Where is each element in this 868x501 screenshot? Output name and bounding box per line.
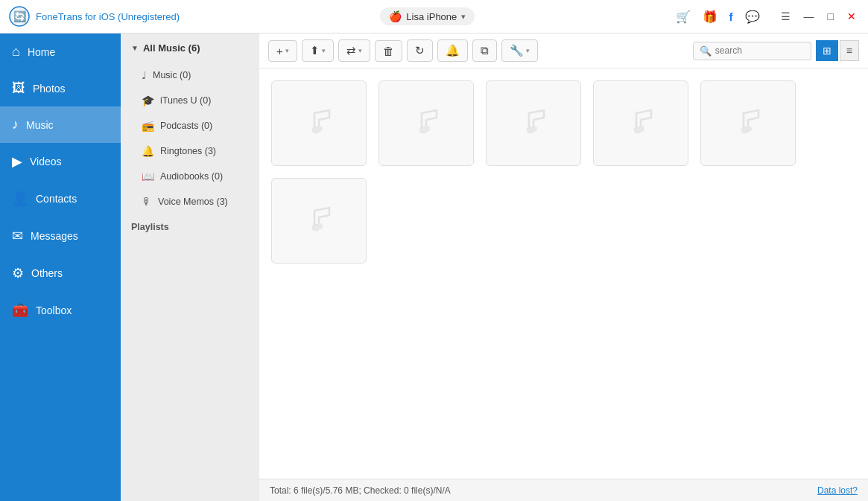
- sidebar-item-toolbox[interactable]: 🧰 Toolbox: [0, 292, 121, 329]
- music-note-6: [300, 199, 338, 243]
- ringtones-icon: 🔔: [142, 145, 154, 157]
- svg-point-9: [639, 126, 644, 132]
- messages-icon: ✉: [12, 228, 23, 244]
- export-button[interactable]: ⬆ ▾: [302, 39, 334, 62]
- add-button[interactable]: + ▾: [268, 40, 297, 62]
- device-dropdown-icon[interactable]: ▾: [461, 12, 466, 22]
- gift-icon[interactable]: 🎁: [703, 10, 717, 24]
- cart-icon[interactable]: 🛒: [676, 10, 691, 24]
- sidebar-item-home[interactable]: ⌂ Home: [0, 33, 121, 70]
- grid-view-button[interactable]: ⊞: [816, 40, 838, 61]
- copy-button[interactable]: ⧉: [472, 39, 497, 62]
- view-toggle: ⊞ ≡: [816, 40, 859, 61]
- export-icon: ⬆: [310, 44, 320, 57]
- search-icon: 🔍: [700, 45, 712, 57]
- facebook-icon[interactable]: f: [729, 10, 733, 23]
- sub-item-podcasts[interactable]: 📻 Podcasts (0): [121, 113, 259, 138]
- sidebar-item-others[interactable]: ⚙ Others: [0, 255, 121, 292]
- notify-button[interactable]: 🔔: [437, 39, 468, 62]
- svg-point-13: [317, 223, 323, 229]
- sub-panel-header[interactable]: ▼ All Music (6): [121, 33, 259, 63]
- transfer-icon: ⇄: [346, 44, 356, 57]
- device-selector-area[interactable]: 🍎 Lisa iPhone ▾: [380, 7, 475, 25]
- music-card-1[interactable]: [271, 80, 367, 166]
- tools-icon: 🔧: [510, 44, 524, 57]
- menu-icon[interactable]: ☰: [778, 9, 793, 24]
- main-layout: ⌂ Home 🖼 Photos ♪ Music ▶ Videos 👤 Conta…: [0, 33, 868, 501]
- titlebar-right: 🛒 🎁 f 💬 ☰ — □ ✕: [676, 9, 859, 24]
- sub-item-ringtones[interactable]: 🔔 Ringtones (3): [121, 138, 259, 164]
- music-note-5: [729, 101, 767, 145]
- search-box[interactable]: 🔍: [693, 42, 811, 60]
- svg-point-3: [317, 126, 323, 132]
- maximize-button[interactable]: □: [825, 9, 837, 24]
- copy-icon: ⧉: [481, 44, 489, 57]
- apple-icon: 🍎: [389, 10, 402, 22]
- audiobooks-icon: 📖: [142, 170, 154, 182]
- sub-item-music[interactable]: ♩ Music (0): [121, 63, 259, 88]
- refresh-button[interactable]: ↻: [407, 39, 433, 62]
- music-card-4[interactable]: [593, 80, 688, 166]
- playlists-label: Playlists: [131, 222, 169, 232]
- sub-panel-title: All Music (6): [143, 42, 200, 54]
- music-grid: [259, 68, 868, 479]
- music-note-4: [621, 101, 660, 145]
- sub-item-audiobooks[interactable]: 📖 Audiobooks (0): [121, 164, 259, 189]
- notify-icon: 🔔: [446, 44, 460, 57]
- sub-item-podcasts-label: Podcasts (0): [160, 121, 212, 131]
- transfer-arrow-icon: ▾: [358, 47, 362, 54]
- music-card-6[interactable]: [271, 178, 367, 264]
- music-card-5[interactable]: [700, 80, 796, 166]
- svg-text:🔄: 🔄: [13, 10, 27, 23]
- sidebar-item-videos-label: Videos: [30, 156, 62, 167]
- sidebar-item-toolbox-label: Toolbox: [36, 304, 72, 316]
- music-card-2[interactable]: [378, 80, 474, 166]
- data-lost-link[interactable]: Data lost?: [817, 485, 858, 496]
- music-note-2: [407, 101, 446, 145]
- sidebar: ⌂ Home 🖼 Photos ♪ Music ▶ Videos 👤 Conta…: [0, 33, 121, 501]
- sidebar-item-contacts-label: Contacts: [36, 193, 77, 205]
- app-title: FoneTrans for iOS (Unregistered): [36, 11, 180, 22]
- sidebar-item-others-label: Others: [31, 267, 63, 279]
- status-text: Total: 6 file(s)/5.76 MB; Checked: 0 fil…: [270, 485, 451, 496]
- svg-point-11: [746, 126, 752, 132]
- content-area: + ▾ ⬆ ▾ ⇄ ▾ 🗑 ↻ 🔔 ⧉: [259, 33, 868, 501]
- svg-point-5: [424, 126, 430, 132]
- photos-icon: 🖼: [12, 80, 25, 96]
- chat-icon[interactable]: 💬: [745, 10, 760, 24]
- search-input[interactable]: [715, 45, 805, 56]
- sub-item-audiobooks-label: Audiobooks (0): [160, 171, 223, 182]
- svg-point-7: [531, 126, 537, 132]
- transfer-button[interactable]: ⇄ ▾: [338, 39, 370, 62]
- sidebar-item-photos[interactable]: 🖼 Photos: [0, 70, 121, 106]
- sidebar-item-messages[interactable]: ✉ Messages: [0, 217, 121, 255]
- sidebar-item-contacts[interactable]: 👤 Contacts: [0, 180, 121, 217]
- device-selector[interactable]: 🍎 Lisa iPhone ▾: [380, 7, 475, 25]
- minimize-button[interactable]: —: [801, 9, 817, 24]
- list-view-button[interactable]: ≡: [840, 40, 859, 61]
- sub-item-music-label: Music (0): [153, 70, 191, 80]
- sub-item-itunes-u-label: iTunes U (0): [160, 95, 211, 106]
- list-view-icon: ≡: [846, 45, 852, 57]
- music-note-3: [514, 101, 553, 145]
- music-card-3[interactable]: [486, 80, 581, 166]
- refresh-icon: ↻: [415, 44, 425, 57]
- sidebar-item-music[interactable]: ♪ Music: [0, 106, 121, 143]
- videos-icon: ▶: [12, 153, 22, 170]
- sub-item-voice-memos[interactable]: 🎙 Voice Memos (3): [121, 189, 259, 214]
- add-icon: +: [276, 45, 283, 57]
- music-note-icon: ♩: [142, 69, 147, 81]
- toolbox-icon: 🧰: [12, 302, 28, 319]
- tools-arrow-icon: ▾: [526, 47, 530, 54]
- sub-item-voice-memos-label: Voice Memos (3): [158, 197, 228, 207]
- tools-button[interactable]: 🔧 ▾: [501, 39, 538, 62]
- toolbar: + ▾ ⬆ ▾ ⇄ ▾ 🗑 ↻ 🔔 ⧉: [259, 33, 868, 68]
- sub-item-ringtones-label: Ringtones (3): [160, 146, 216, 156]
- sidebar-item-messages-label: Messages: [31, 230, 78, 242]
- sidebar-item-videos[interactable]: ▶ Videos: [0, 143, 121, 180]
- close-button[interactable]: ✕: [844, 9, 859, 24]
- titlebar-left: 🔄 FoneTrans for iOS (Unregistered): [9, 6, 180, 27]
- sub-item-itunes-u[interactable]: 🎓 iTunes U (0): [121, 88, 259, 113]
- itunes-u-icon: 🎓: [142, 95, 154, 106]
- delete-button[interactable]: 🗑: [375, 40, 402, 62]
